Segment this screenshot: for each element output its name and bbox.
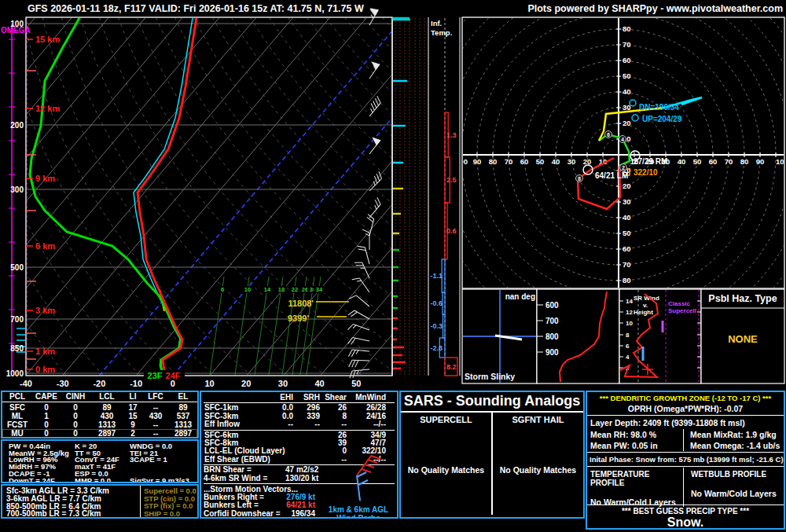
header-credit: Plots powered by SHARPpy - www.pivotalwe…: [527, 3, 783, 14]
dgz-height-label: 9399': [288, 314, 309, 323]
height-agl-label: 9 km: [35, 174, 55, 183]
barb-note-line1: 1km & 6km AGL: [321, 505, 396, 514]
layer-depth: Layer Depth: 2409 ft (9399-11808 ft msl): [587, 416, 784, 429]
sars-title: SARS - Sounding Analogs: [401, 392, 583, 413]
mean-mixrat: Mean MixRat: 1.9 g/kg: [683, 429, 784, 440]
thermo-value: MMP = 0.0: [75, 478, 119, 483]
hodo-speed-label: 60: [623, 244, 631, 253]
sharppy-sounding-page: { "header": { "left": "GFS 2026-01-11 18…: [0, 0, 786, 532]
hodo-speed-label: 60: [709, 157, 718, 166]
pressure-label: 850: [10, 344, 24, 353]
hodo-speed-label: 40: [623, 213, 631, 222]
hodo-km-marker: 6: [607, 132, 610, 138]
adv-value: 0.6: [446, 227, 457, 235]
6km-wind-barb-icon: [357, 475, 360, 501]
height-agl-label: 12 km: [35, 104, 60, 113]
sr-wind-title: Height: [634, 309, 653, 316]
hodo-annotation: 322/10: [634, 168, 658, 177]
slinky-angle: nan deg: [505, 292, 535, 301]
hodo-speed-label: 90: [473, 157, 482, 166]
surface-temp-label: 23F: [148, 371, 163, 380]
hodo-speed-label: 50: [536, 157, 545, 166]
hodo-speed-label: 90: [756, 157, 765, 166]
parcel-table-panel: PCLCAPECINHLCLLILFCELSFC008917--89ML1043…: [1, 391, 199, 438]
thermo-col-2: K = 20TT = 50ConvT = 24FmaxT = 41FESP = …: [75, 443, 119, 483]
sr-wind-title: v.: [643, 302, 648, 309]
hazard-title: Psbl Haz. Type: [708, 293, 777, 304]
hodo-speed-label: 80: [489, 157, 498, 166]
temp-axis-label: 50: [351, 379, 361, 388]
divider: [587, 452, 784, 453]
hodo-speed-label: 70: [505, 157, 513, 166]
mean-rh: Mean RH: 98.0 %: [587, 429, 683, 440]
hodo-speed-label: 40: [623, 87, 631, 96]
mixing-ratio-label: 26: [302, 286, 308, 293]
sars-hail-header: SGFNT HAIL: [493, 415, 583, 424]
temp-axis-label: 30: [278, 379, 288, 388]
temp-axis-label: -40: [20, 379, 32, 388]
hodo-annotation: DN=196/34: [639, 103, 679, 112]
wetbulb-profile-message: No Warm/Cold Layers: [691, 489, 784, 498]
pressure-label: 700: [10, 315, 24, 324]
hodo-speed-label: 70: [725, 157, 733, 166]
adv-value: 1.3: [446, 131, 457, 139]
barb-note-line2: Wind Barbs: [321, 514, 396, 519]
thermo-col-1: PW = 0.44inMeanW = 2.5g/kgLowRH = 96%Mid…: [9, 443, 69, 483]
sars-supercell-message: No Quality Matches: [401, 465, 491, 475]
lapse-rates: Sfc-3km AGL LR = 3.3 C/km3-6km AGL LR = …: [2, 486, 140, 517]
thermo-value: [130, 464, 189, 471]
mean-omega: Mean Omega: -1.4 ub/s: [683, 440, 784, 451]
pressure-label: 500: [10, 263, 24, 272]
hodo-speed-label: 50: [623, 72, 631, 80]
theta-e-pressure-label: 700: [545, 317, 559, 325]
parcel-row-fcst: FCST0013139--1313: [2, 420, 197, 429]
dgz-height-label: 11808': [288, 299, 314, 308]
mixing-ratio-label: 14: [264, 286, 271, 293]
pressure-label: 1000: [6, 369, 24, 378]
hodo-speed-label: 20: [623, 119, 631, 127]
mixing-ratio-label: 22: [292, 286, 298, 293]
hodo-annotation: UP=204/29: [642, 115, 682, 123]
temp-axis-label: -10: [130, 379, 142, 388]
height-agl-label: 0 km: [35, 365, 55, 374]
divider: [587, 466, 784, 467]
slinky-title: Storm Slinky: [465, 372, 515, 381]
header-title: GFS 2026-01-11 18z, F117 VALID: Fri 2026…: [28, 3, 364, 14]
classic-supercell-label: Supercell: [668, 307, 696, 314]
divider: [587, 415, 784, 416]
sr-wind-height-label: 14: [626, 298, 633, 305]
adv-value: 8.2: [446, 363, 457, 371]
composite-indices: Supercell = 0.0STP (cin) = 0.0STP (fix) …: [140, 486, 197, 517]
sars-supercell-column: SUPERCELL No Quality Matches: [401, 413, 491, 515]
hodo-speed-label: 70: [623, 260, 631, 269]
mixing-ratio-label: 6: [221, 286, 224, 293]
mixing-ratio-label: 18: [278, 286, 285, 293]
hodo-speed-label: 30: [567, 157, 576, 166]
dendritic-growth-zone-title: *** DENDRITIC GROWTH ZONE (-12 TO -17 C)…: [587, 394, 784, 402]
temp-axis-label: 10: [204, 379, 214, 388]
hodo-speed-label: 30: [623, 197, 631, 206]
surface-temp-label: 24F: [166, 371, 181, 380]
kinematics-header: EHISRHShearMnWindSRW: [204, 394, 395, 402]
pressure-label: 100: [10, 20, 24, 28]
mixing-ratio-label: 10: [244, 286, 251, 293]
adv-value: 2.5: [446, 176, 457, 184]
thermo-value: SigSvr = 9 m3/s3: [130, 478, 189, 483]
hodo-speed-label: 80: [740, 157, 749, 166]
hodo-km-marker: 8: [578, 176, 581, 182]
initial-phase: Inital Phase: Snow from: 575 mb (13999 f…: [587, 453, 784, 465]
adv-value: -0.6: [430, 299, 443, 307]
thermo-value: 3CAPE = 1: [130, 457, 189, 464]
theta-e-pressure-label: 800: [545, 332, 559, 341]
sars-hail-column: SGFNT HAIL No Quality Matches: [491, 413, 583, 515]
wetbulb-profile-box: WETBULB PROFILE No Warm/Cold Layers: [683, 468, 784, 507]
pressure-label: 200: [10, 121, 24, 130]
parcel-row-mu: MU0028972--2897: [2, 429, 197, 438]
sars-panel: SARS - Sounding Analogs SUPERCELL No Qua…: [399, 391, 585, 519]
adv-value: -1.1: [430, 272, 443, 280]
adv-title-line1: Inf.: [431, 19, 442, 28]
height-agl-label: 1 km: [35, 347, 55, 356]
best-guess-precip-header: *** BEST GUESS PRECIP TYPE ***: [587, 507, 784, 515]
mixing-ratio-label: 34: [316, 286, 323, 293]
thermo-value: DownT = 24F: [9, 478, 69, 483]
